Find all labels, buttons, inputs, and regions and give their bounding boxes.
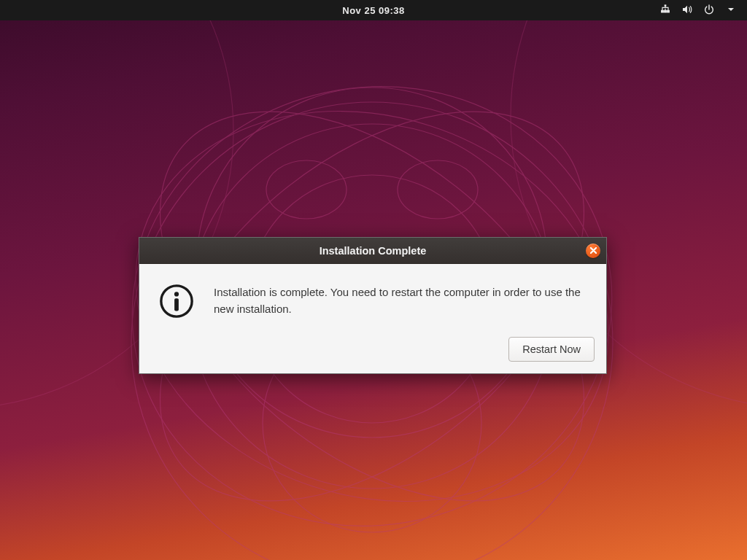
close-button[interactable] [586,244,600,258]
svg-rect-19 [174,298,179,311]
svg-point-5 [398,160,478,219]
svg-point-4 [266,160,347,219]
dialog-message: Installation is complete. You need to re… [214,283,586,317]
top-panel: Nov 25 09:38 [0,0,747,20]
svg-point-18 [174,292,179,296]
svg-rect-14 [662,10,664,12]
installation-complete-dialog: Installation Complete Installation is co… [139,237,607,374]
network-icon[interactable] [659,4,671,18]
restart-now-button[interactable]: Restart Now [508,337,595,362]
dialog-footer: Restart Now [139,334,606,373]
dialog-titlebar[interactable]: Installation Complete [139,238,606,264]
svg-rect-15 [667,10,670,12]
dialog-body: Installation is complete. You need to re… [139,264,606,334]
close-icon [590,247,597,254]
volume-icon[interactable] [681,4,693,18]
info-icon [158,283,195,322]
dropdown-caret-icon[interactable] [725,4,737,18]
system-indicators[interactable] [659,4,737,18]
clock[interactable]: Nov 25 09:38 [342,5,405,16]
svg-rect-13 [665,4,667,7]
svg-rect-16 [665,10,667,12]
dialog-title: Installation Complete [320,245,427,257]
power-icon[interactable] [703,4,715,18]
